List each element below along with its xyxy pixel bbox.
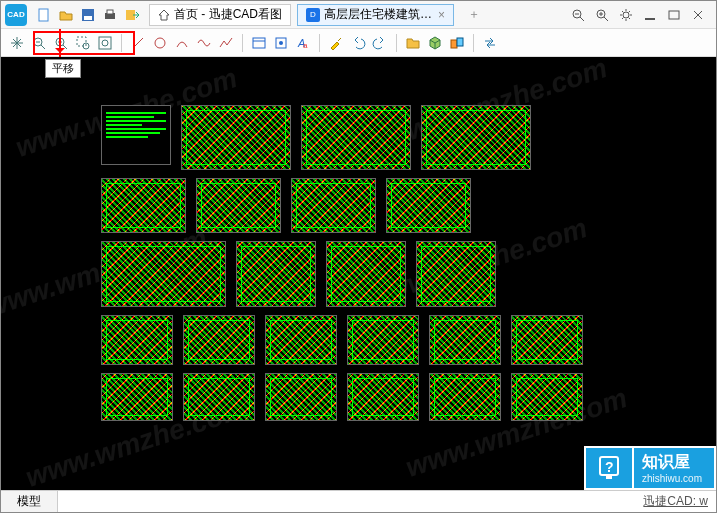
gear-icon[interactable] <box>618 7 634 23</box>
save-icon[interactable] <box>80 7 96 23</box>
svg-line-8 <box>580 17 584 21</box>
brand-badge[interactable]: ? 知识屋 zhishiwu.com <box>584 446 716 490</box>
new-icon[interactable] <box>36 7 52 23</box>
print-icon[interactable] <box>102 7 118 23</box>
statusbar: 模型 迅捷CAD: w <box>1 490 716 512</box>
svg-text:?: ? <box>605 459 614 475</box>
redo-icon[interactable] <box>370 33 390 53</box>
drawing-thumb[interactable] <box>291 178 376 233</box>
question-icon: ? <box>584 446 632 490</box>
window-controls <box>570 7 712 23</box>
folder-icon[interactable] <box>403 33 423 53</box>
tooltip-pan: 平移 <box>45 59 81 78</box>
separator <box>319 34 320 52</box>
minimize-icon[interactable] <box>642 7 658 23</box>
close-tab-icon[interactable]: × <box>438 8 445 22</box>
drawing-thumb[interactable] <box>265 373 337 421</box>
drawing-thumb[interactable] <box>196 178 281 233</box>
home-icon <box>158 9 170 21</box>
status-link-label: 迅捷CAD: w <box>643 494 708 508</box>
new-tab-button[interactable]: ＋ <box>460 4 488 26</box>
brand-title: 知识屋 <box>642 452 702 473</box>
open-icon[interactable] <box>58 7 74 23</box>
svg-rect-37 <box>457 38 463 46</box>
titlebar: CAD 首页 - 迅捷CAD看图 D 高层层住宅楼建筑… × ＋ <box>1 1 716 29</box>
arc-icon[interactable] <box>172 33 192 53</box>
status-link[interactable]: 迅捷CAD: w <box>643 493 716 510</box>
undo-icon[interactable] <box>348 33 368 53</box>
tooltip-label: 平移 <box>52 62 74 74</box>
annotation-arrow <box>59 29 61 57</box>
svg-line-12 <box>604 17 608 21</box>
drawing-canvas[interactable]: www.wmzhe.com www.wmzhe.com www.wmzhe.co… <box>1 57 716 490</box>
drawing-thumb[interactable] <box>265 315 337 365</box>
group-icon[interactable] <box>447 33 467 53</box>
svg-rect-36 <box>451 40 457 48</box>
drawing-thumb[interactable] <box>236 241 316 307</box>
drawing-thumb[interactable] <box>101 241 226 307</box>
tab-home[interactable]: 首页 - 迅捷CAD看图 <box>149 4 291 26</box>
zoom-extents-icon[interactable] <box>95 33 115 53</box>
magnify-minus-icon[interactable] <box>570 7 586 23</box>
plus-icon: ＋ <box>466 6 482 23</box>
app-logo: CAD <box>5 4 27 26</box>
drawing-thumb[interactable] <box>511 373 583 421</box>
drawing-thumb[interactable] <box>183 315 255 365</box>
snap-icon[interactable] <box>271 33 291 53</box>
svg-line-27 <box>133 38 143 48</box>
separator <box>121 34 122 52</box>
drawing-thumb[interactable] <box>181 105 291 170</box>
drawing-thumb[interactable] <box>429 315 501 365</box>
svg-rect-2 <box>84 16 92 20</box>
drawing-thumb[interactable] <box>429 373 501 421</box>
drawing-thumb[interactable] <box>101 373 173 421</box>
drawing-thumb[interactable] <box>347 373 419 421</box>
svg-rect-29 <box>253 38 265 48</box>
drawing-thumb[interactable] <box>511 315 583 365</box>
tab-file[interactable]: D 高层层住宅楼建筑… × <box>297 4 454 26</box>
svg-rect-40 <box>606 475 612 479</box>
cube-icon[interactable] <box>425 33 445 53</box>
drawing-thumb[interactable] <box>101 315 173 365</box>
drawing-thumb[interactable] <box>416 241 496 307</box>
svg-rect-4 <box>107 10 113 14</box>
separator <box>242 34 243 52</box>
drawing-thumb[interactable] <box>101 178 186 233</box>
drawing-thumbnails <box>101 105 583 421</box>
polyline-icon[interactable] <box>216 33 236 53</box>
pipette-icon[interactable] <box>326 33 346 53</box>
svg-point-32 <box>279 41 283 45</box>
magnify-plus-icon[interactable] <box>594 7 610 23</box>
dwg-file-icon: D <box>306 8 320 22</box>
wave-icon[interactable] <box>194 33 214 53</box>
line-icon[interactable] <box>128 33 148 53</box>
drawing-thumb[interactable] <box>326 241 406 307</box>
svg-rect-0 <box>39 9 48 21</box>
svg-point-26 <box>102 40 108 46</box>
circle-icon[interactable] <box>150 33 170 53</box>
drawing-thumb[interactable] <box>101 105 171 165</box>
close-icon[interactable] <box>690 7 706 23</box>
pan-icon[interactable] <box>7 33 27 53</box>
layer-icon[interactable] <box>249 33 269 53</box>
drawing-thumb[interactable] <box>301 105 411 170</box>
model-tab[interactable]: 模型 <box>1 491 58 512</box>
app-window: CAD 首页 - 迅捷CAD看图 D 高层层住宅楼建筑… × ＋ <box>0 0 717 513</box>
export-icon[interactable] <box>124 7 140 23</box>
drawing-thumb[interactable] <box>421 105 531 170</box>
svg-line-18 <box>41 45 45 49</box>
svg-text:a: a <box>303 41 308 50</box>
zoom-out-icon[interactable] <box>29 33 49 53</box>
transfer-icon[interactable] <box>480 33 500 53</box>
maximize-icon[interactable] <box>666 7 682 23</box>
text-tool-icon[interactable]: Aa <box>293 33 313 53</box>
tab-home-label: 首页 - 迅捷CAD看图 <box>174 6 282 23</box>
drawing-thumb[interactable] <box>183 373 255 421</box>
drawing-thumb[interactable] <box>347 315 419 365</box>
svg-rect-15 <box>669 11 679 19</box>
brand-text: 知识屋 zhishiwu.com <box>632 446 716 490</box>
separator <box>473 34 474 52</box>
svg-rect-23 <box>77 37 86 46</box>
zoom-window-icon[interactable] <box>73 33 93 53</box>
drawing-thumb[interactable] <box>386 178 471 233</box>
